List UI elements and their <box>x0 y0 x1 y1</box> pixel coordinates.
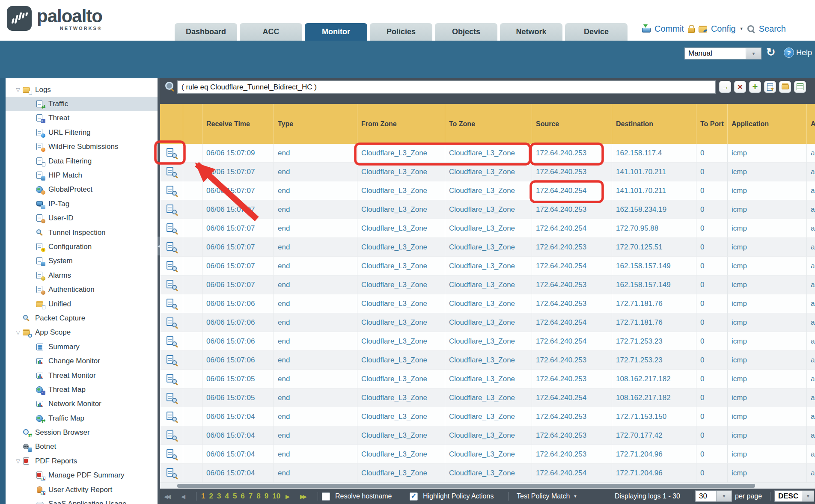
page-number-8[interactable]: 8 <box>256 492 260 501</box>
column-header-spacer[interactable] <box>183 104 202 144</box>
table-row[interactable]: 06/06 15:07:07endCloudflare_L3_ZoneCloud… <box>160 219 815 238</box>
first-page-button[interactable]: ◀◀ <box>164 489 169 504</box>
page-number-10[interactable]: 10 <box>272 492 280 501</box>
table-row[interactable]: 06/06 15:07:05endCloudflare_L3_ZoneCloud… <box>160 370 815 388</box>
log-detail-icon[interactable] <box>166 355 177 365</box>
sidebar-item-pdf-reports[interactable]: ▽PDF Reports <box>6 454 158 468</box>
table-row[interactable]: 06/06 15:07:09endCloudflare_L3_ZoneCloud… <box>160 144 815 163</box>
tab-dashboard[interactable]: Dashboard <box>175 23 237 41</box>
test-policy-match-button[interactable]: Test Policy Match ▼ <box>517 489 577 504</box>
sidebar-item-tunnel-inspection[interactable]: Tunnel Inspection <box>6 225 158 240</box>
refresh-icon[interactable]: ↻ <box>766 46 776 59</box>
sidebar-item-summary[interactable]: Summary <box>6 340 158 354</box>
table-row[interactable]: 06/06 15:07:07endCloudflare_L3_ZoneCloud… <box>160 238 815 257</box>
log-detail-icon[interactable] <box>166 205 177 215</box>
column-header-destination[interactable]: Destination <box>612 104 696 144</box>
sidebar-item-threat-map[interactable]: ×Threat Map <box>6 382 158 397</box>
sidebar-item-user-id[interactable]: User-ID <box>6 211 158 225</box>
sidebar-item-logs[interactable]: ▽Logs <box>6 83 158 97</box>
sidebar-item-hip-match[interactable]: HIP Match <box>6 168 158 182</box>
config-button[interactable]: Config <box>711 24 736 34</box>
filter-builder-icon[interactable]: ▼ <box>764 81 776 93</box>
resolve-hostname-checkbox[interactable] <box>322 492 330 501</box>
table-row[interactable]: 06/06 15:07:07endCloudflare_L3_ZoneCloud… <box>160 163 815 181</box>
sidebar-item-authentication[interactable]: Authentication <box>6 282 158 296</box>
expander-icon[interactable]: ▽ <box>13 87 23 93</box>
sidebar-item-threat[interactable]: ×Threat <box>6 111 158 125</box>
column-header-type[interactable]: Type <box>274 104 357 144</box>
log-detail-icon[interactable] <box>166 374 177 384</box>
refresh-mode-select[interactable]: Manual ▼ <box>684 47 761 59</box>
export-logs-icon[interactable] <box>794 81 806 93</box>
horizontal-scrollbar[interactable] <box>160 483 815 489</box>
per-page-select[interactable]: 30 ▼ <box>695 490 732 502</box>
clear-filter-icon[interactable]: × <box>734 81 746 93</box>
highlight-policy-checkbox[interactable]: ✓ <box>410 492 418 501</box>
sidebar-item-session-browser[interactable]: ⇄Session Browser <box>6 425 158 439</box>
log-detail-icon[interactable] <box>166 280 177 290</box>
log-detail-icon[interactable] <box>166 430 177 441</box>
log-detail-icon[interactable] <box>166 412 177 422</box>
sidebar-item-app-scope[interactable]: ▽App Scope <box>6 326 158 340</box>
log-detail-icon[interactable] <box>166 449 177 460</box>
log-detail-icon[interactable] <box>166 148 177 158</box>
sidebar-item-url-filtering[interactable]: URL Filtering <box>6 125 158 139</box>
table-row[interactable]: 06/06 15:07:04endCloudflare_L3_ZoneCloud… <box>160 407 815 426</box>
column-header-to_port[interactable]: To Port <box>696 104 728 144</box>
tab-policies[interactable]: Policies <box>370 23 432 41</box>
add-filter-icon[interactable]: + <box>749 81 761 93</box>
page-number-1[interactable]: 1 <box>201 492 205 501</box>
sidebar-item-threat-monitor[interactable]: Threat Monitor <box>6 368 158 382</box>
table-row[interactable]: 06/06 15:07:04endCloudflare_L3_ZoneCloud… <box>160 426 815 445</box>
column-header-receive_time[interactable]: Receive Time <box>202 104 274 144</box>
sort-order-select[interactable]: DESC ▼ <box>774 490 814 502</box>
table-row[interactable]: 06/06 15:07:06endCloudflare_L3_ZoneCloud… <box>160 313 815 332</box>
next-page-button[interactable]: ▶ <box>286 489 288 504</box>
load-filter-icon[interactable] <box>779 81 791 93</box>
page-number-6[interactable]: 6 <box>241 492 244 501</box>
page-number-5[interactable]: 5 <box>233 492 237 501</box>
log-detail-icon[interactable] <box>166 393 177 403</box>
sidebar-item-user-activity-report[interactable]: User Activity Report <box>6 483 158 497</box>
column-header-to_zone[interactable]: To Zone <box>445 104 532 144</box>
expander-icon[interactable]: ▽ <box>13 458 23 464</box>
sidebar-item-botnet[interactable]: Botnet <box>6 440 158 454</box>
page-number-2[interactable]: 2 <box>209 492 213 501</box>
sidebar-item-alarms[interactable]: Alarms <box>6 268 158 282</box>
sidebar-item-manage-pdf-summary[interactable]: Manage PDF Summary <box>6 468 158 483</box>
help-icon[interactable]: ? <box>784 47 794 58</box>
log-detail-icon[interactable] <box>166 468 177 478</box>
config-caret-icon[interactable]: ▼ <box>740 27 744 31</box>
page-number-9[interactable]: 9 <box>265 492 268 501</box>
log-detail-icon[interactable] <box>166 223 177 234</box>
sidebar-item-ip-tag[interactable]: IP-Tag <box>6 197 158 211</box>
sidebar-item-unified[interactable]: Unified <box>6 297 158 311</box>
table-row[interactable]: 06/06 15:07:07endCloudflare_L3_ZoneCloud… <box>160 200 815 219</box>
table-row[interactable]: 06/06 15:07:07endCloudflare_L3_ZoneCloud… <box>160 257 815 276</box>
sidebar-item-data-filtering[interactable]: Data Filtering <box>6 154 158 168</box>
sidebar-item-packet-capture[interactable]: Packet Capture <box>6 311 158 325</box>
tab-acc[interactable]: ACC <box>240 23 302 41</box>
last-page-button[interactable]: ▶▶ <box>300 489 305 504</box>
sidebar-item-saas-application-usage[interactable]: SaaS Application Usage <box>6 497 158 504</box>
log-detail-icon[interactable] <box>166 336 177 347</box>
column-header-detail[interactable] <box>160 104 183 144</box>
table-row[interactable]: 06/06 15:07:05endCloudflare_L3_ZoneCloud… <box>160 388 815 407</box>
sidebar-item-system[interactable]: System <box>6 254 158 268</box>
table-row[interactable]: 06/06 15:07:06endCloudflare_L3_ZoneCloud… <box>160 294 815 313</box>
table-row[interactable]: 06/06 15:07:06endCloudflare_L3_ZoneCloud… <box>160 332 815 351</box>
table-row[interactable]: 06/06 15:07:07endCloudflare_L3_ZoneCloud… <box>160 276 815 294</box>
column-header-source[interactable]: Source <box>532 104 612 144</box>
sidebar-item-change-monitor[interactable]: Change Monitor <box>6 354 158 368</box>
column-header-application[interactable]: Application <box>728 104 807 144</box>
sidebar-item-wildfire-submissions[interactable]: WildFire Submissions <box>6 140 158 154</box>
prev-page-button[interactable]: ◀ <box>181 489 184 504</box>
search-button[interactable]: Search <box>759 24 786 34</box>
commit-button[interactable]: Commit <box>654 24 684 34</box>
tab-objects[interactable]: Objects <box>435 23 497 41</box>
log-detail-icon[interactable] <box>166 242 177 252</box>
lock-icon[interactable] <box>688 25 695 33</box>
sidebar-item-traffic[interactable]: ⇄Traffic <box>6 97 158 111</box>
help-label[interactable]: Help <box>796 48 812 57</box>
tab-device[interactable]: Device <box>565 23 628 41</box>
